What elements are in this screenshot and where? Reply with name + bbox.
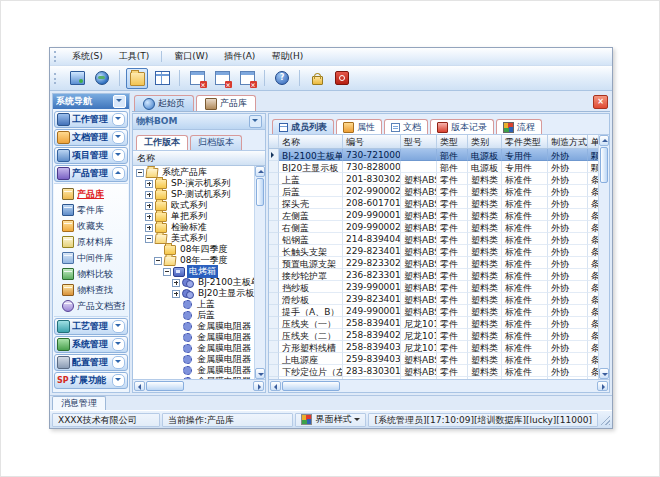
table-row[interactable]: 提手（A、B）249-990001-01X塑料ABS零件塑料类标准件外协条 [269,305,598,317]
sidebar-group-项目管理[interactable]: 项目管理 [54,147,128,164]
sidebar-item-产品文档查找[interactable]: 产品文档查找 [54,298,128,314]
panel-tab-版本记录[interactable]: 版本记录 [430,119,494,134]
menu-item-5[interactable]: 帮助(H) [264,48,310,65]
bom-grid-button[interactable] [151,68,173,89]
sidebar-item-零件库[interactable]: 零件库 [54,202,128,218]
tree-horizontal-scrollbar[interactable] [133,379,265,392]
scroll-left-icon[interactable] [270,381,281,391]
table-row[interactable]: 上电源座259-839403-00X塑料ABS零件塑料类标准件外协条 [269,353,598,365]
sidebar-item-收藏夹[interactable]: 收藏夹 [54,218,128,234]
chevron-down-icon[interactable] [112,131,125,144]
panel-tab-文档[interactable]: 文档 [384,119,428,134]
table-row[interactable]: 长触头支架229-823401-00X塑料ABS零件塑料类标准件外协条 [269,245,598,257]
expand-icon[interactable] [145,180,153,188]
panel-tab-成员列表[interactable]: 成员列表 [272,119,334,134]
grid-horizontal-scrollbar[interactable] [269,379,609,392]
expand-icon[interactable] [172,290,180,298]
column-header-类别[interactable]: 类别 [468,135,502,148]
scroll-right-icon[interactable] [597,381,608,391]
sidebar-group-产品管理[interactable]: 产品管理 [54,165,128,182]
column-header-名称[interactable]: 名称 [279,135,343,148]
collapse-icon[interactable] [154,257,162,265]
close-all-documents-button[interactable] [211,68,233,89]
version-tab-归档版本[interactable]: 归档版本 [190,135,242,150]
table-row[interactable]: 滑纱板239-823401-00X塑料ABS零件塑料类标准件外协条 [269,293,598,305]
table-row[interactable]: 后盖202-990002-01X塑料ABS零件塑料类标准件外协条 [269,185,598,197]
scroll-up-icon[interactable] [599,135,609,146]
expand-icon[interactable] [172,279,180,287]
table-row[interactable]: 预置电源支架229-823302-00X塑料ABS零件塑料类标准件外协条 [269,257,598,269]
sidebar-item-原材料库[interactable]: 原材料库 [54,234,128,250]
sidebar-group-系统管理[interactable]: 系统管理 [54,336,128,353]
close-tab-button[interactable]: × [593,95,608,109]
tree-node-上盖[interactable]: 上盖 [133,299,254,310]
scroll-up-icon[interactable] [255,166,265,177]
tree-vertical-scrollbar[interactable] [254,166,265,379]
table-row[interactable]: 左侧盖209-990001-01X塑料ABS零件塑料类标准件外协条 [269,209,598,221]
scroll-down-icon[interactable] [255,368,265,379]
lock-button[interactable] [306,68,328,89]
bom-panel-collapse-button[interactable] [249,115,262,128]
sidebar-item-物料查找[interactable]: 物料查找 [54,282,128,298]
sidebar-group-工作管理[interactable]: 工作管理 [54,111,128,128]
table-row[interactable]: 上盖201-830302-00X塑料ABS零件塑料类标准件外协条 [269,173,598,185]
sidebar-group-文档管理[interactable]: 文档管理 [54,129,128,146]
expand-icon[interactable] [145,202,153,210]
collapse-icon[interactable] [163,268,171,276]
chevron-down-icon[interactable] [112,113,125,126]
scroll-right-icon[interactable] [253,381,264,391]
sidebar-item-中间件库[interactable]: 中间件库 [54,250,128,266]
tree-vscroll-thumb[interactable] [256,178,264,206]
doc-tab-起始页[interactable]: 起始页 [134,95,194,111]
chevron-down-icon[interactable] [112,338,125,351]
scroll-down-icon[interactable] [599,368,609,379]
close-document-button[interactable] [186,68,208,89]
column-header-型号[interactable]: 型号 [401,135,437,148]
sidebar-group-扩展功能[interactable]: SP扩展功能 [54,372,128,389]
tree-hscroll-thumb[interactable] [146,381,184,391]
grid-vscroll-thumb[interactable] [600,147,608,183]
table-row[interactable]: 方形塑料线槽258-839403-00X尼龙1010零件塑料类标准件外协条 [269,341,598,353]
menu-item-3[interactable]: 窗口(W) [167,48,215,65]
grid-hscroll-thumb[interactable] [282,381,340,391]
scroll-left-icon[interactable] [134,381,145,391]
tree-column-header[interactable]: 名称 [133,151,265,166]
sidebar-collapse-button[interactable] [113,95,126,108]
menu-item-2[interactable]: 工具(T) [112,48,157,65]
expand-icon[interactable] [145,224,153,232]
table-row[interactable]: 铝钢盖214-839404-01X塑料ABS零件塑料类标准件外协条 [269,233,598,245]
collapse-icon[interactable] [136,169,144,177]
table-row[interactable]: 接纱轮护罩236-823301-00X塑料ABS零件塑料类标准件外协条 [269,269,598,281]
system-monitor-button[interactable] [66,68,88,89]
collapse-icon[interactable] [145,235,153,243]
sidebar-group-工艺管理[interactable]: 工艺管理 [54,318,128,335]
chevron-down-icon[interactable] [112,149,125,162]
web-globe-button[interactable] [91,68,113,89]
menu-item-4[interactable]: 插件(A) [217,48,262,65]
panel-tab-属性[interactable]: 属性 [336,119,382,134]
column-header-制造方式[interactable]: 制造方式 [548,135,588,148]
sidebar-item-产品库[interactable]: 产品库 [54,186,128,202]
table-row[interactable]: BJ20主显示板730-828000-04X部件电源板专用件外协颗 [269,161,598,173]
chevron-down-icon[interactable] [112,320,125,333]
table-row[interactable]: 压线夹（二）258-839402-00X尼龙1010零件塑料类标准件外协条 [269,329,598,341]
table-row[interactable]: 探头壳208-601701-01X塑料ABS零件塑料类标准件外协条 [269,197,598,209]
version-tab-工作版本[interactable]: 工作版本 [136,135,188,150]
column-header-单位[interactable]: 单位 [588,135,598,148]
sidebar-group-配置管理[interactable]: 配置管理 [54,354,128,371]
sidebar-item-物料比较[interactable]: 物料比较 [54,266,128,282]
exit-button[interactable] [331,68,353,89]
tree-node-BJ20主显示板[interactable]: BJ20主显示板 [133,288,254,299]
help-button[interactable] [271,68,293,89]
message-management-tab[interactable]: 消息管理 [52,396,106,410]
doc-tab-产品库[interactable]: 产品库 [196,95,256,111]
table-row[interactable]: 右侧盖209-990002-01X塑料ABS零件塑料类标准件外协条 [269,221,598,233]
table-row[interactable]: BJ-2100主板单点730-721000-12X部件电源板专用件外协颗 [269,149,598,161]
ui-style-dropdown[interactable]: 界面样式 [295,413,366,427]
panel-tab-流程[interactable]: 流程 [496,119,542,134]
resize-grip-icon[interactable] [600,415,610,425]
chevron-down-icon[interactable] [112,374,125,387]
close-other-documents-button[interactable] [236,68,258,89]
menu-item-1[interactable]: 系统(S) [65,48,110,65]
column-header-零件类型[interactable]: 零件类型 [502,135,548,148]
